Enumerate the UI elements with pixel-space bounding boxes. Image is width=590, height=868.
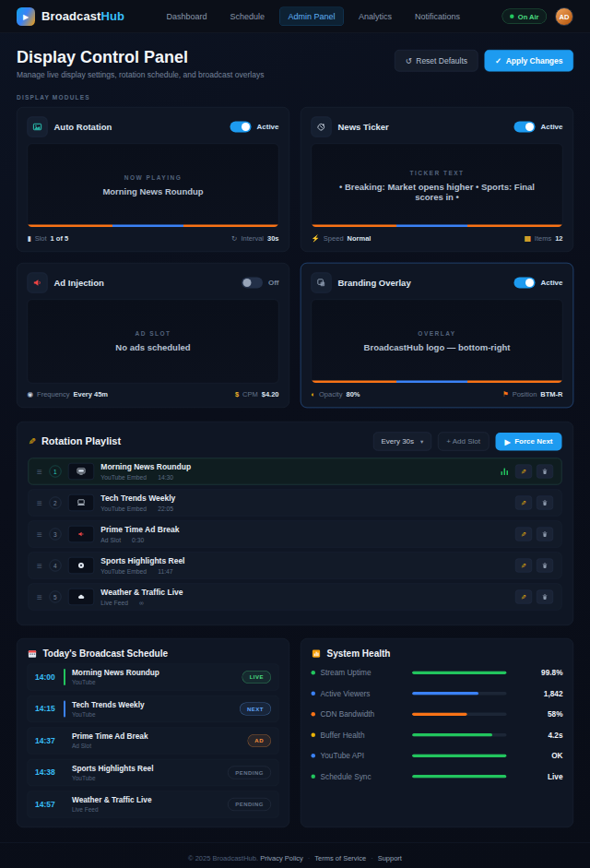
force-next-button[interactable]: ▶ Force Next (495, 433, 561, 451)
laptop-thumbnail-icon (68, 494, 94, 511)
slot-number: 1 (49, 466, 61, 478)
drag-handle-icon[interactable]: ≡ (37, 466, 42, 477)
page-subtitle: Manage live display settings, rotation s… (17, 71, 264, 80)
playlist-title: Rotation Playlist (41, 435, 121, 447)
toggle-label: Off (268, 279, 279, 287)
header-actions: ↺ Reset Defaults ✓ Apply Changes (395, 47, 573, 72)
status-dot-icon (312, 712, 316, 717)
status-badge: NEXT (240, 703, 271, 716)
interval-indicator: ↻ Interval 30s (231, 234, 278, 243)
next-accent-bar (64, 701, 65, 718)
schedule-row-4: 14:38 Sports Highlights Reel YouTube PEN… (28, 759, 279, 786)
edit-slot-button[interactable]: ✎ (515, 559, 532, 573)
overlay-progress-bar (312, 381, 562, 384)
auto-rotation-preview: NOW PLAYING Morning News Roundup (28, 144, 279, 228)
drag-handle-icon[interactable]: ≡ (37, 529, 42, 540)
nav-item-dashboard[interactable]: Dashboard (158, 7, 215, 26)
metric-bar (412, 755, 507, 758)
terms-link[interactable]: Terms of Service (314, 854, 366, 862)
playlist-row-5[interactable]: ≡ 5 Weather & Traffic Live Live Feed∞ ✎ (29, 584, 562, 611)
edit-slot-button[interactable]: ✎ (515, 465, 532, 479)
brand[interactable]: ▶ BroadcastHub (17, 7, 124, 26)
module-title: Auto Rotation (54, 122, 112, 132)
module-card-news-ticker: News Ticker Active TICKER TEXT • Breakin… (301, 107, 573, 252)
nav-item-schedule[interactable]: Schedule (221, 7, 273, 26)
apply-changes-button[interactable]: ✓ Apply Changes (485, 50, 574, 72)
schedule-row-2: 14:15 Tech Trends Weekly YouTube NEXT (28, 696, 279, 722)
soccer-ball-thumbnail-icon (68, 557, 94, 574)
slot-number: 2 (49, 497, 61, 509)
position-indicator: ⚑ Position BTM-R (502, 390, 563, 398)
delete-slot-button[interactable] (537, 496, 553, 510)
interval-select[interactable]: Every 30s ▾ (373, 433, 431, 451)
module-card-branding-overlay: Branding Overlay Active OVERLAY Broadcas… (301, 263, 573, 408)
news-ticker-preview: TICKER TEXT • Breaking: Market opens hig… (312, 144, 563, 228)
speed-indicator: ⚡ Speed Normal (312, 234, 372, 243)
edit-slot-button[interactable]: ✎ (515, 496, 532, 510)
playlist-row-1[interactable]: ≡ 1 Morning News Roundup YouTube Embed14… (29, 458, 562, 485)
pencil-icon: ✎ (29, 436, 36, 447)
toggle-switch[interactable] (513, 278, 535, 289)
drag-handle-icon[interactable]: ≡ (37, 497, 42, 508)
health-row-buffer-health: Buffer Health 4.2s (312, 725, 563, 746)
page-footer: © 2025 BroadcastHub. Privacy Policy·Term… (0, 842, 590, 868)
branding-overlay-toggle[interactable]: Active (513, 278, 562, 289)
branding-overlay-icon (312, 273, 332, 293)
toggle-label: Active (540, 123, 562, 131)
health-row-active-viewers: Active Viewers 1,842 (312, 684, 563, 705)
schedule-row-3: 14:37 Prime Time Ad Break Ad Slot AD (28, 728, 279, 755)
privacy-policy-link[interactable]: Privacy Policy (260, 854, 303, 862)
auto-rotation-toggle[interactable]: Active (230, 122, 278, 133)
display-modules-label: DISPLAY MODULES (17, 94, 573, 101)
drag-handle-icon[interactable]: ≡ (37, 591, 42, 602)
edit-slot-button[interactable]: ✎ (515, 528, 532, 541)
status-badge: LIVE (242, 671, 271, 684)
ad-injection-preview: AD SLOT No ads scheduled (28, 300, 279, 384)
health-row-youtube-api: YouTube API OK (312, 745, 563, 767)
metric-bar (412, 733, 507, 737)
tv-thumbnail-icon (68, 463, 94, 480)
schedule-row-1: 14:00 Morning News Roundup YouTube LIVE (28, 664, 279, 691)
ad-injection-icon (28, 273, 48, 293)
ad-injection-toggle[interactable]: Off (242, 278, 279, 289)
delete-slot-button[interactable] (537, 465, 553, 479)
support-link[interactable]: Support (378, 854, 402, 862)
calendar-icon (28, 648, 38, 659)
delete-slot-button[interactable] (537, 528, 553, 541)
avatar[interactable]: AD (555, 7, 573, 26)
toggle-label: Active (540, 279, 562, 287)
toggle-switch[interactable] (513, 122, 535, 133)
trash-icon (542, 469, 549, 475)
news-ticker-icon (312, 117, 332, 137)
toggle-switch[interactable] (242, 278, 263, 289)
status-dot-icon (312, 671, 316, 675)
nav-item-analytics[interactable]: Analytics (350, 7, 400, 26)
module-title: Branding Overlay (338, 278, 411, 288)
play-logo-icon: ▶ (17, 7, 35, 26)
opacity-icon: ◐ (312, 390, 316, 398)
toggle-switch[interactable] (230, 122, 251, 133)
metric-bar (412, 713, 507, 717)
reset-defaults-button[interactable]: ↺ Reset Defaults (395, 50, 478, 72)
drag-handle-icon[interactable]: ≡ (37, 560, 42, 571)
playlist-row-4[interactable]: ≡ 4 Sports Highlights Reel YouTube Embed… (29, 553, 562, 579)
slot-icon: ▮ (28, 234, 31, 243)
delete-slot-button[interactable] (537, 559, 553, 573)
now-playing-equalizer-icon (502, 468, 509, 475)
status-dot-icon (312, 733, 316, 738)
playlist-row-2[interactable]: ≡ 2 Tech Trends Weekly YouTube Embed22:0… (29, 490, 562, 517)
delete-slot-button[interactable] (537, 590, 553, 604)
rotation-playlist-panel: ✎ Rotation Playlist Every 30s ▾ + Add Sl… (17, 422, 573, 625)
playlist-row-3[interactable]: ≡ 3 Prime Time Ad Break Ad Slot0:30 ✎ (29, 521, 562, 548)
nav-item-notifications[interactable]: Notifications (407, 7, 468, 26)
nav-item-admin-panel[interactable]: Admin Panel (279, 7, 344, 27)
interval-icon: ↻ (231, 234, 237, 243)
add-slot-button[interactable]: + Add Slot (438, 433, 490, 451)
module-card-auto-rotation: Auto Rotation Active NOW PLAYING Morning… (17, 107, 289, 252)
health-row-schedule-sync: Schedule Sync Live (312, 767, 563, 788)
edit-slot-button[interactable]: ✎ (515, 590, 532, 604)
on-air-dot-icon (510, 15, 514, 19)
nav-right: On Air AD (502, 7, 573, 26)
news-ticker-toggle[interactable]: Active (513, 122, 562, 133)
status-dot-icon (312, 692, 316, 696)
